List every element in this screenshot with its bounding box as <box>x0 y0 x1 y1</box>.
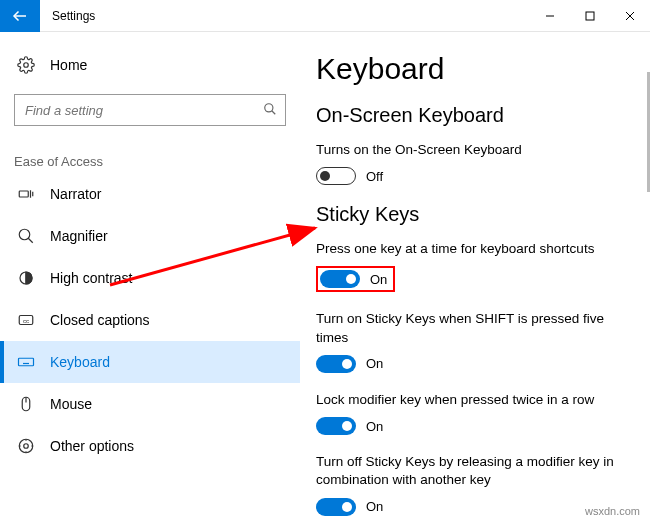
toggle-state: On <box>366 419 383 434</box>
close-icon <box>625 11 635 21</box>
minimize-button[interactable] <box>530 0 570 32</box>
maximize-button[interactable] <box>570 0 610 32</box>
toggle-turn-off-sticky[interactable] <box>316 498 356 516</box>
magnifier-icon <box>14 227 38 245</box>
main-panel: Keyboard On-Screen Keyboard Turns on the… <box>300 32 650 523</box>
sidebar-item-magnifier[interactable]: Magnifier <box>0 215 300 257</box>
svg-text:cc: cc <box>23 318 29 324</box>
back-button[interactable] <box>0 0 40 32</box>
toggle-lock-modifier[interactable] <box>316 417 356 435</box>
svg-rect-2 <box>586 12 594 20</box>
setting-lock-modifier: Lock modifier key when pressed twice in … <box>316 391 622 435</box>
sidebar-item-mouse[interactable]: Mouse <box>0 383 300 425</box>
search-icon <box>263 102 277 119</box>
svg-point-23 <box>24 444 29 449</box>
svg-line-7 <box>272 110 276 114</box>
maximize-icon <box>585 11 595 21</box>
setting-label: Turn on Sticky Keys when SHIFT is presse… <box>316 310 622 346</box>
close-button[interactable] <box>610 0 650 32</box>
section-title-osk: On-Screen Keyboard <box>316 104 622 127</box>
sidebar-item-other-options[interactable]: Other options <box>0 425 300 467</box>
sidebar-item-label: High contrast <box>50 270 132 286</box>
home-link[interactable]: Home <box>0 50 300 80</box>
sidebar-item-keyboard[interactable]: Keyboard <box>0 341 300 383</box>
narrator-icon <box>14 185 38 203</box>
section-title-sticky-keys: Sticky Keys <box>316 203 622 226</box>
highlight-annotation: On <box>316 266 395 292</box>
setting-label: Press one key at a time for keyboard sho… <box>316 240 622 258</box>
toggle-sticky-shortcut[interactable] <box>320 270 360 288</box>
svg-point-9 <box>19 229 30 240</box>
toggle-state: On <box>366 499 383 514</box>
search-input[interactable] <box>23 102 263 119</box>
toggle-osk[interactable] <box>316 167 356 185</box>
sidebar-section-header: Ease of Access <box>0 140 300 173</box>
setting-label: Lock modifier key when pressed twice in … <box>316 391 622 409</box>
toggle-state: On <box>370 272 387 287</box>
svg-point-6 <box>265 103 273 111</box>
svg-point-5 <box>24 63 29 68</box>
sidebar-item-label: Mouse <box>50 396 92 412</box>
sidebar-item-label: Closed captions <box>50 312 150 328</box>
sidebar-item-closed-captions[interactable]: cc Closed captions <box>0 299 300 341</box>
page-title: Keyboard <box>316 52 622 86</box>
high-contrast-icon <box>14 269 38 287</box>
sidebar-item-label: Other options <box>50 438 134 454</box>
sidebar-item-label: Narrator <box>50 186 101 202</box>
sidebar: Home Ease of Access Narrator Magnifier <box>0 32 300 523</box>
arrow-left-icon <box>11 7 29 25</box>
watermark: wsxdn.com <box>585 505 640 517</box>
keyboard-icon <box>14 353 38 371</box>
setting-sticky-shift5: Turn on Sticky Keys when SHIFT is presse… <box>316 310 622 372</box>
toggle-state: Off <box>366 169 383 184</box>
gear-icon <box>14 56 38 74</box>
setting-label: Turns on the On-Screen Keyboard <box>316 141 622 159</box>
sidebar-item-narrator[interactable]: Narrator <box>0 173 300 215</box>
window-title: Settings <box>40 9 530 23</box>
minimize-icon <box>545 11 555 21</box>
toggle-sticky-shift5[interactable] <box>316 355 356 373</box>
svg-point-22 <box>19 439 33 453</box>
toggle-state: On <box>366 356 383 371</box>
svg-rect-14 <box>19 358 34 366</box>
setting-label: Turn off Sticky Keys by releasing a modi… <box>316 453 622 489</box>
setting-sticky-shortcut: Press one key at a time for keyboard sho… <box>316 240 622 292</box>
sidebar-item-high-contrast[interactable]: High contrast <box>0 257 300 299</box>
setting-osk: Turns on the On-Screen Keyboard Off <box>316 141 622 185</box>
titlebar: Settings <box>0 0 650 32</box>
svg-rect-8 <box>19 191 28 197</box>
sidebar-item-label: Magnifier <box>50 228 108 244</box>
search-box[interactable] <box>14 94 286 126</box>
setting-turn-off-sticky: Turn off Sticky Keys by releasing a modi… <box>316 453 622 515</box>
mouse-icon <box>14 395 38 413</box>
home-label: Home <box>50 57 87 73</box>
svg-line-10 <box>28 238 33 243</box>
other-options-icon <box>14 437 38 455</box>
sidebar-item-label: Keyboard <box>50 354 110 370</box>
closed-captions-icon: cc <box>14 311 38 329</box>
window-controls <box>530 0 650 32</box>
